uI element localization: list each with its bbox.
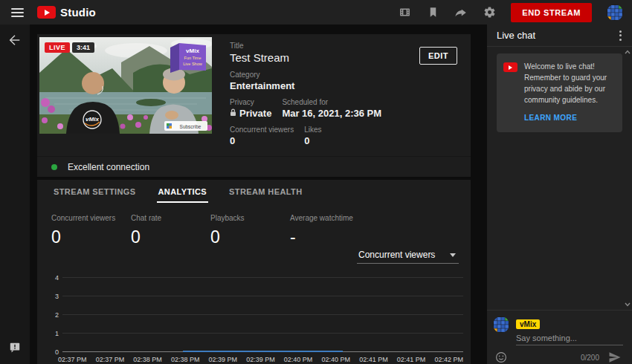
- chart-line-segment: [183, 351, 344, 352]
- main-content: vMix: [30, 25, 487, 364]
- chart-y-tick: 2: [51, 311, 59, 319]
- chart-y-tick: 1: [51, 330, 59, 337]
- metrics-row: Concurrent viewers 0 Chat rate 0 Playbac…: [37, 203, 471, 247]
- chat-message-input[interactable]: [516, 330, 623, 345]
- tab-stream-settings[interactable]: STREAM SETTINGS: [52, 180, 138, 203]
- avatar[interactable]: [607, 4, 623, 21]
- chart-gridline: [62, 277, 463, 278]
- stream-card: vMix: [37, 34, 471, 177]
- metric-concurrent-viewers: Concurrent viewers 0: [51, 214, 131, 247]
- analytics-card: STREAM SETTINGS ANALYTICS STREAM HEALTH …: [37, 180, 471, 364]
- subscribe-badge: Subscribe: [164, 121, 207, 131]
- dropdown-selected-value: Concurrent viewers: [358, 250, 435, 260]
- gear-icon[interactable]: [483, 6, 496, 19]
- kebab-menu-icon[interactable]: [616, 28, 625, 43]
- youtube-studio-logo[interactable]: Studio: [37, 6, 96, 19]
- chat-message-list: Welcome to live chat! Remember to guard …: [487, 47, 632, 310]
- metric-average-watchtime: Average watchtime -: [290, 214, 370, 247]
- char-counter: 0/200: [581, 354, 599, 362]
- mini-sidebar: [0, 25, 30, 364]
- bookmark-icon[interactable]: [426, 6, 439, 19]
- viewers-value: 0: [230, 135, 294, 146]
- emoji-icon[interactable]: [495, 351, 507, 363]
- subscribe-text: Subscribe: [180, 124, 201, 129]
- live-video-preview[interactable]: vMix: [39, 37, 212, 134]
- live-chat-panel: Live chat Welcome to live chat! Remember…: [487, 25, 632, 364]
- back-arrow-icon[interactable]: [8, 33, 22, 50]
- send-icon[interactable]: [608, 351, 622, 364]
- tab-analytics[interactable]: ANALYTICS: [157, 180, 209, 203]
- chart-gridline: [62, 296, 463, 296]
- chart-x-tick: 02:40 PM: [284, 356, 313, 363]
- film-icon[interactable]: [398, 6, 411, 19]
- viewers-label: Concurrent viewers: [230, 126, 294, 134]
- connection-status-dot: [51, 164, 57, 170]
- watermark-sub2: Live Show: [183, 62, 201, 66]
- scroll-up-icon[interactable]: [625, 50, 631, 54]
- metric-chat-rate: Chat rate 0: [131, 214, 210, 247]
- analytics-chart: 43210 02:37 PM02:37 PM02:38 PM02:38 PM02…: [51, 277, 463, 363]
- chart-y-tick: 3: [51, 293, 59, 300]
- chart-x-tick: 02:39 PM: [246, 356, 275, 363]
- watermark-title: vMix: [186, 48, 199, 54]
- chart-x-tick: 02:41 PM: [359, 356, 388, 363]
- chart-x-tick: 02:39 PM: [209, 356, 238, 363]
- youtube-play-icon: [37, 6, 56, 19]
- privacy-label: Privacy: [230, 98, 271, 106]
- tab-stream-health[interactable]: STREAM HEALTH: [228, 180, 304, 203]
- chat-input-area: vMix 0/200: [487, 310, 632, 364]
- scheduled-value: Mar 16, 2021, 2:36 PM: [282, 108, 381, 119]
- chat-author-badge: vMix: [516, 319, 540, 329]
- chart-x-labels: 02:37 PM02:37 PM02:38 PM02:38 PM02:39 PM…: [58, 356, 463, 363]
- elapsed-time-badge: 3:41: [72, 42, 94, 53]
- end-stream-button[interactable]: END STREAM: [511, 3, 592, 22]
- edit-button[interactable]: EDIT: [419, 47, 457, 65]
- brand-text: Studio: [60, 6, 96, 19]
- scheduled-label: Scheduled for: [282, 98, 381, 106]
- learn-more-link[interactable]: LEARN MORE: [524, 114, 577, 122]
- chart-gridline: [62, 333, 463, 334]
- chart-grid: 43210: [62, 277, 463, 351]
- chart-y-tick: 4: [51, 274, 59, 282]
- chart-gridline: [62, 314, 463, 315]
- chart-x-tick: 02:40 PM: [321, 356, 350, 363]
- topbar: Studio END STREAM: [0, 0, 632, 25]
- lock-icon: [230, 108, 236, 119]
- chart-y-tick: 0: [51, 348, 59, 356]
- youtube-studio-live-dashboard: Studio END STREAM: [0, 0, 632, 364]
- connection-status-text: Excellent connection: [68, 162, 149, 172]
- chart-x-tick: 02:38 PM: [171, 356, 200, 363]
- chart-metric-dropdown[interactable]: Concurrent viewers: [357, 247, 459, 264]
- chat-user-avatar: [493, 316, 509, 333]
- tab-bar: STREAM SETTINGS ANALYTICS STREAM HEALTH: [37, 180, 471, 203]
- shirt-logo-text: vMix: [86, 116, 99, 123]
- chart-x-tick: 02:38 PM: [133, 356, 162, 363]
- share-icon[interactable]: [454, 6, 468, 19]
- metric-playbacks: Playbacks 0: [210, 214, 290, 247]
- chart-x-tick: 02:37 PM: [58, 356, 87, 363]
- category-label: Category: [230, 71, 465, 79]
- chart-x-tick: 02:41 PM: [397, 356, 426, 363]
- welcome-text: Welcome to live chat! Remember to guard …: [524, 61, 616, 105]
- privacy-value: Private: [239, 108, 271, 119]
- chart-x-tick: 02:42 PM: [434, 356, 463, 363]
- chevron-down-icon: [450, 253, 456, 257]
- likes-label: Likes: [304, 126, 321, 134]
- likes-value: 0: [304, 135, 321, 146]
- feedback-icon[interactable]: [9, 342, 21, 357]
- chat-welcome-message: Welcome to live chat! Remember to guard …: [497, 53, 622, 132]
- menu-icon[interactable]: [11, 8, 24, 17]
- stream-info: Title Test Stream Category Entertainment…: [212, 37, 465, 153]
- youtube-icon: [503, 62, 517, 72]
- live-badge: LIVE: [45, 42, 70, 53]
- chat-title: Live chat: [497, 30, 535, 41]
- watermark-sub1: Fun Time: [184, 56, 201, 60]
- scroll-down-icon[interactable]: [625, 302, 631, 307]
- chart-x-tick: 02:37 PM: [96, 356, 125, 363]
- chat-header: Live chat: [487, 25, 632, 47]
- vmix-watermark: vMix Fun Time Live Show: [170, 43, 206, 73]
- stream-category: Entertainment: [230, 80, 465, 91]
- connection-status: Excellent connection: [37, 156, 471, 177]
